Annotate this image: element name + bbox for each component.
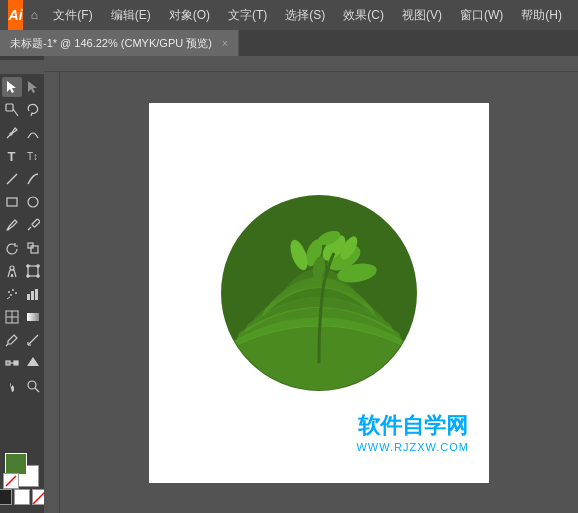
- tool-group-magic: [0, 100, 44, 120]
- horizontal-ruler: [44, 56, 578, 72]
- type-tool[interactable]: T: [2, 146, 22, 166]
- tool-group-rotate: [0, 238, 44, 258]
- paintbrush-tool[interactable]: [2, 215, 22, 235]
- svg-point-21: [10, 294, 12, 296]
- tab-close-button[interactable]: ×: [222, 38, 228, 49]
- svg-point-7: [28, 197, 38, 207]
- tool-group-symbol: [0, 284, 44, 304]
- menu-object[interactable]: 对象(O): [161, 5, 218, 26]
- logo-svg: [219, 193, 419, 393]
- pen-tool[interactable]: [2, 123, 22, 143]
- app-logo: Ai: [8, 0, 23, 30]
- svg-rect-23: [31, 291, 34, 300]
- watermark: 软件自学网 WWW.RJZXW.COM: [356, 411, 469, 453]
- pencil-tool[interactable]: [23, 215, 43, 235]
- black-swatch[interactable]: [0, 489, 12, 505]
- tool-group-blend: [0, 353, 44, 373]
- menu-select[interactable]: 选择(S): [277, 5, 333, 26]
- menu-edit[interactable]: 编辑(E): [103, 5, 159, 26]
- svg-rect-33: [6, 361, 10, 365]
- tab-bar: 未标题-1* @ 146.22% (CMYK/GPU 预览) ×: [0, 30, 578, 56]
- none-swatch[interactable]: [32, 489, 44, 505]
- ellipse-tool[interactable]: [23, 192, 43, 212]
- svg-rect-28: [27, 313, 39, 321]
- watermark-en-text: WWW.RJZXW.COM: [356, 441, 469, 453]
- svg-point-18: [8, 291, 10, 293]
- eyedropper-tool[interactable]: [2, 330, 22, 350]
- scale-tool[interactable]: [23, 238, 43, 258]
- tool-group-eyedropper: [0, 330, 44, 350]
- toolbar: T T↕: [0, 56, 44, 513]
- extra-swatches: [0, 489, 44, 505]
- symbol-sprayer-tool[interactable]: [2, 284, 22, 304]
- menu-effect[interactable]: 效果(C): [335, 5, 392, 26]
- column-graph-tool[interactable]: [23, 284, 43, 304]
- svg-point-17: [36, 275, 38, 277]
- free-transform-tool[interactable]: [23, 261, 43, 281]
- svg-line-29: [6, 344, 8, 346]
- menu-file[interactable]: 文件(F): [45, 5, 100, 26]
- direct-select-tool[interactable]: [23, 77, 43, 97]
- svg-rect-3: [6, 104, 13, 111]
- measure-tool[interactable]: [23, 330, 43, 350]
- line-tool[interactable]: [2, 169, 22, 189]
- svg-line-40: [33, 490, 44, 504]
- canvas-area: 软件自学网 WWW.RJZXW.COM: [44, 56, 578, 513]
- svg-line-38: [35, 388, 39, 392]
- canvas-viewport[interactable]: 软件自学网 WWW.RJZXW.COM: [60, 72, 578, 513]
- svg-rect-6: [7, 198, 17, 206]
- svg-rect-22: [27, 294, 30, 300]
- zoom-tool[interactable]: [23, 376, 43, 396]
- vertical-type-tool[interactable]: T↕: [23, 146, 43, 166]
- live-paint-tool[interactable]: [23, 353, 43, 373]
- svg-line-2: [13, 109, 18, 116]
- svg-point-20: [15, 292, 17, 294]
- svg-rect-8: [31, 219, 39, 227]
- document-tab[interactable]: 未标题-1* @ 146.22% (CMYK/GPU 预览) ×: [0, 30, 239, 56]
- svg-line-5: [7, 174, 17, 184]
- arc-tool[interactable]: [23, 169, 43, 189]
- color-swatches: [0, 453, 44, 509]
- menu-bar: 文件(F) 编辑(E) 对象(O) 文字(T) 选择(S) 效果(C) 视图(V…: [45, 5, 570, 26]
- tool-group-select: [0, 77, 44, 97]
- svg-line-39: [6, 476, 16, 486]
- svg-marker-36: [27, 357, 39, 366]
- hand-tool[interactable]: [2, 376, 22, 396]
- svg-point-19: [12, 289, 14, 291]
- tool-group-shape: [0, 192, 44, 212]
- svg-point-37: [28, 381, 36, 389]
- tool-group-mesh: [0, 307, 44, 327]
- svg-rect-10: [31, 246, 38, 253]
- blend-tool[interactable]: [2, 353, 22, 373]
- svg-rect-24: [35, 289, 38, 300]
- foreground-color-swatch[interactable]: [5, 453, 27, 475]
- svg-point-14: [26, 265, 28, 267]
- svg-rect-13: [28, 266, 38, 276]
- home-icon[interactable]: ⌂: [29, 5, 39, 25]
- magic-wand-tool[interactable]: [2, 100, 22, 120]
- rotate-tool[interactable]: [2, 238, 22, 258]
- stroke-fill-swatches[interactable]: [5, 453, 39, 487]
- mesh-tool[interactable]: [2, 307, 22, 327]
- curvature-tool[interactable]: [23, 123, 43, 143]
- tool-group-brush: [0, 215, 44, 235]
- svg-point-4: [10, 133, 12, 135]
- svg-line-9: [28, 227, 31, 230]
- svg-marker-1: [28, 81, 37, 93]
- svg-line-30: [28, 335, 38, 345]
- svg-point-12: [10, 266, 14, 270]
- white-swatch[interactable]: [14, 489, 30, 505]
- tool-group-nav: [0, 376, 44, 396]
- menu-help[interactable]: 帮助(H): [513, 5, 570, 26]
- puppet-warp-tool[interactable]: [2, 261, 22, 281]
- menu-text[interactable]: 文字(T): [220, 5, 275, 26]
- tool-group-puppet: [0, 261, 44, 281]
- svg-rect-34: [14, 361, 18, 365]
- menu-window[interactable]: 窗口(W): [452, 5, 511, 26]
- lasso-tool[interactable]: [23, 100, 43, 120]
- select-tool[interactable]: [2, 77, 22, 97]
- rect-tool[interactable]: [2, 192, 22, 212]
- gradient-tool[interactable]: [23, 307, 43, 327]
- menu-view[interactable]: 视图(V): [394, 5, 450, 26]
- svg-point-15: [36, 265, 38, 267]
